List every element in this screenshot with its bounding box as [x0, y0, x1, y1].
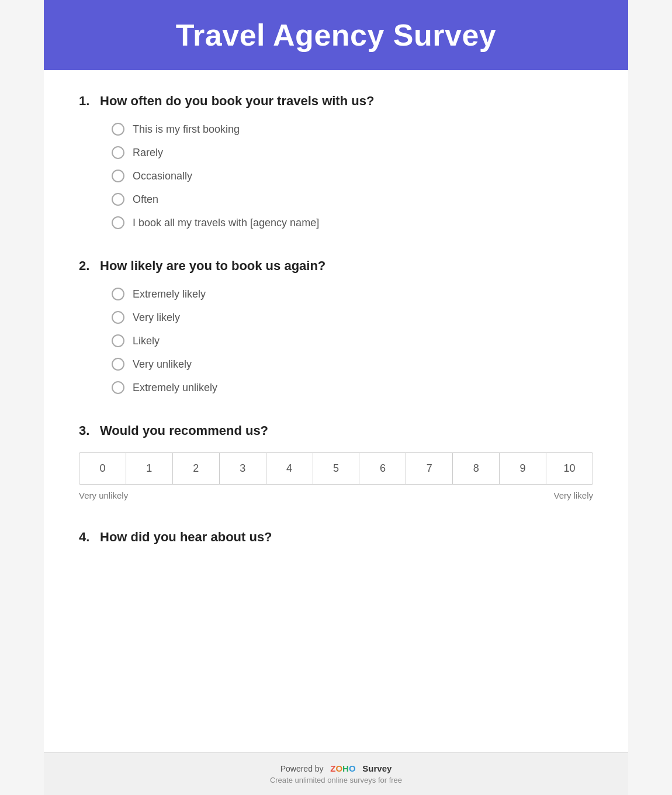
survey-footer: Powered by ZOHO Survey Create unlimited … [44, 752, 628, 795]
question-4-title: 4. How did you hear about us? [79, 530, 593, 545]
rating-cell-0[interactable]: 0 [79, 453, 126, 484]
radio-icon[interactable] [112, 170, 124, 182]
radio-icon[interactable] [112, 216, 124, 229]
radio-icon[interactable] [112, 334, 124, 347]
rating-label-left: Very unlikely [79, 490, 128, 500]
footer-sub-text: Create unlimited online surveys for free [44, 776, 628, 784]
list-item[interactable]: Likely [112, 334, 593, 347]
question-1-options: This is my first booking Rarely Occasion… [79, 123, 593, 229]
radio-icon[interactable] [112, 358, 124, 371]
option-label: Very unlikely [133, 358, 192, 371]
list-item[interactable]: Rarely [112, 146, 593, 159]
option-label: Rarely [133, 147, 163, 159]
zoho-o2: O [349, 763, 356, 773]
rating-cell-3[interactable]: 3 [220, 453, 266, 484]
option-label: Very likely [133, 312, 180, 324]
survey-label: Survey [362, 763, 392, 773]
survey-header: Travel Agency Survey [44, 0, 628, 70]
rating-cell-9[interactable]: 9 [500, 453, 546, 484]
option-label: Likely [133, 335, 160, 347]
question-2-number: 2. [79, 258, 100, 274]
option-label: Extremely unlikely [133, 382, 217, 394]
radio-icon[interactable] [112, 381, 124, 394]
rating-cell-5[interactable]: 5 [313, 453, 360, 484]
zoho-h: H [342, 763, 349, 773]
question-2-text: How likely are you to book us again? [100, 258, 325, 274]
option-label: Often [133, 193, 158, 206]
option-label: I book all my travels with [agency name] [133, 217, 319, 229]
question-3: 3. Would you recommend us? 0 1 2 3 4 5 6… [79, 423, 593, 500]
question-2-title: 2. How likely are you to book us again? [79, 258, 593, 274]
question-1-title: 1. How often do you book your travels wi… [79, 94, 593, 109]
survey-title: Travel Agency Survey [67, 18, 605, 53]
question-1-number: 1. [79, 94, 100, 109]
list-item[interactable]: Extremely unlikely [112, 381, 593, 394]
radio-icon[interactable] [112, 193, 124, 206]
option-label: Occasionally [133, 170, 192, 182]
question-4-number: 4. [79, 530, 100, 545]
powered-by-text: Powered by [280, 764, 324, 773]
radio-icon[interactable] [112, 123, 124, 136]
rating-cell-2[interactable]: 2 [173, 453, 220, 484]
list-item[interactable]: Often [112, 193, 593, 206]
question-3-number: 3. [79, 423, 100, 438]
question-1: 1. How often do you book your travels wi… [79, 94, 593, 229]
zoho-z: Z [330, 763, 335, 773]
question-1-text: How often do you book your travels with … [100, 94, 374, 109]
list-item[interactable]: I book all my travels with [agency name] [112, 216, 593, 229]
option-label: Extremely likely [133, 288, 206, 300]
list-item[interactable]: Occasionally [112, 170, 593, 182]
footer-powered-by: Powered by ZOHO Survey [44, 763, 628, 773]
survey-body: 1. How often do you book your travels wi… [44, 70, 628, 752]
rating-label-right: Very likely [553, 490, 593, 500]
radio-icon[interactable] [112, 288, 124, 300]
option-label: This is my first booking [133, 123, 240, 136]
list-item[interactable]: Very likely [112, 311, 593, 324]
list-item[interactable]: This is my first booking [112, 123, 593, 136]
zoho-logo: ZOHO [330, 763, 355, 773]
question-2: 2. How likely are you to book us again? … [79, 258, 593, 394]
rating-cell-8[interactable]: 8 [453, 453, 500, 484]
question-4: 4. How did you hear about us? [79, 530, 593, 545]
question-3-title: 3. Would you recommend us? [79, 423, 593, 438]
rating-table: 0 1 2 3 4 5 6 7 8 9 10 [79, 452, 593, 485]
rating-cell-10[interactable]: 10 [546, 453, 593, 484]
question-4-text: How did you hear about us? [100, 530, 272, 545]
rating-cell-4[interactable]: 4 [266, 453, 313, 484]
radio-icon[interactable] [112, 311, 124, 324]
rating-cell-7[interactable]: 7 [406, 453, 453, 484]
rating-cell-6[interactable]: 6 [359, 453, 406, 484]
question-3-text: Would you recommend us? [100, 423, 268, 438]
page-wrapper: Travel Agency Survey 1. How often do you… [44, 0, 628, 795]
question-2-options: Extremely likely Very likely Likely Very… [79, 288, 593, 394]
rating-labels: Very unlikely Very likely [79, 490, 593, 500]
list-item[interactable]: Very unlikely [112, 358, 593, 371]
rating-scale: 0 1 2 3 4 5 6 7 8 9 10 Very unlikely Ver… [79, 452, 593, 500]
radio-icon[interactable] [112, 146, 124, 159]
list-item[interactable]: Extremely likely [112, 288, 593, 300]
zoho-o1: O [335, 763, 342, 773]
rating-cell-1[interactable]: 1 [126, 453, 173, 484]
